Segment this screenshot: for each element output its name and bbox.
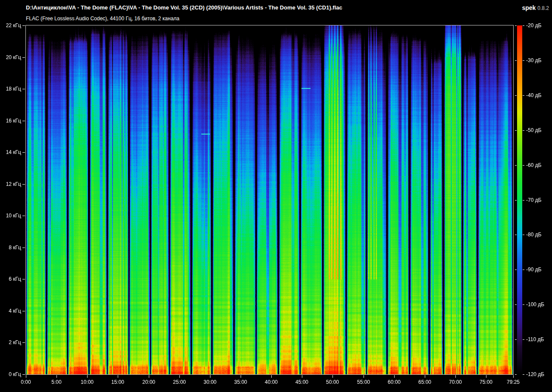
spectrogram-frame [25, 25, 514, 375]
spek-window: D:\Антициклон\VA - The Dome (FLAC)\VA - … [0, 0, 552, 392]
freq-tick-label: 16 кГц [0, 118, 21, 124]
freq-tick-label: 8 кГц [0, 245, 21, 251]
time-tick-label: 25:00 [173, 379, 186, 385]
freq-tick-label: 0 кГц [0, 371, 21, 377]
db-tick-label: -60 дБ [526, 162, 542, 168]
file-path-title: D:\Антициклон\VA - The Dome (FLAC)\VA - … [26, 4, 342, 11]
freq-tick-label: 10 кГц [0, 213, 21, 219]
db-tick [515, 95, 517, 96]
db-tick [515, 235, 517, 235]
time-tick-label: 10:00 [81, 379, 94, 385]
db-tick [523, 95, 524, 96]
freq-tick [22, 342, 25, 343]
time-tick [513, 375, 514, 378]
freq-tick [22, 216, 25, 216]
db-tick-label: -100 дБ [526, 301, 544, 307]
spectrogram-canvas [26, 25, 513, 374]
db-tick-label: -120 дБ [526, 371, 544, 377]
db-tick [515, 374, 517, 375]
time-tick [179, 375, 180, 378]
time-tick-label: 55:00 [357, 379, 370, 385]
db-tick-label: -40 дБ [526, 92, 542, 98]
db-tick-label: -110 дБ [526, 336, 544, 342]
db-tick [515, 339, 517, 340]
db-tick-label: -30 дБ [526, 57, 542, 63]
db-tick-label: -20 дБ [526, 22, 542, 28]
time-tick [394, 375, 395, 378]
app-name: spek [522, 4, 536, 11]
freq-tick [22, 152, 25, 153]
time-tick [149, 375, 149, 378]
db-tick [515, 304, 517, 305]
time-tick-label: 20:00 [142, 379, 155, 385]
app-version: 0.8.2 [537, 5, 549, 11]
freq-tick-label: 2 кГц [0, 339, 21, 345]
time-tick [87, 375, 88, 378]
time-tick-label: 5:00 [51, 379, 61, 385]
db-tick [523, 235, 524, 235]
db-tick [523, 200, 524, 201]
time-tick [118, 375, 118, 378]
time-tick [302, 375, 302, 378]
time-tick-label: 65:00 [418, 379, 431, 385]
freq-tick-label: 20 кГц [0, 54, 21, 60]
time-tick [210, 375, 210, 378]
time-tick [271, 375, 272, 378]
time-tick [26, 375, 26, 378]
time-tick-label: 60:00 [388, 379, 401, 385]
time-tick-label: 35:00 [234, 379, 247, 385]
app-logo: spek0.8.2 [522, 4, 549, 12]
db-tick-label: -90 дБ [526, 267, 542, 273]
freq-tick [22, 248, 25, 248]
db-colorbar [517, 25, 522, 374]
time-tick-label: 15:00 [111, 379, 124, 385]
time-tick [425, 375, 425, 378]
freq-tick [22, 57, 25, 58]
freq-tick-label: 12 кГц [0, 181, 21, 187]
time-tick [332, 375, 333, 378]
time-tick [56, 375, 57, 378]
db-tick [515, 25, 517, 26]
freq-tick-label: 4 кГц [0, 308, 21, 314]
time-tick [455, 375, 456, 378]
db-tick [523, 60, 524, 61]
db-tick [523, 304, 524, 305]
time-tick [241, 375, 241, 378]
time-tick-label: 0:00 [21, 379, 31, 385]
time-tick-label: 79:25 [507, 379, 520, 385]
db-tick [515, 270, 517, 270]
time-tick-label: 50:00 [326, 379, 339, 385]
freq-tick [22, 374, 25, 375]
time-tick-label: 40:00 [265, 379, 278, 385]
db-tick [523, 374, 524, 375]
db-tick [523, 339, 524, 340]
freq-tick-label: 22 кГц [0, 22, 21, 28]
freq-tick [22, 89, 25, 89]
db-tick [515, 130, 517, 131]
freq-tick [22, 25, 25, 26]
time-tick-label: 30:00 [204, 379, 216, 385]
db-tick [515, 60, 517, 61]
db-tick [515, 200, 517, 201]
db-tick-label: -70 дБ [526, 197, 542, 203]
freq-tick [22, 279, 25, 279]
db-tick [523, 270, 524, 270]
freq-tick [22, 184, 25, 185]
time-tick-label: 75:00 [480, 379, 492, 385]
db-tick [523, 130, 524, 131]
db-tick [523, 25, 524, 26]
format-info: FLAC (Free Lossless Audio Codec), 44100 … [26, 16, 179, 22]
time-tick [364, 375, 364, 378]
freq-tick-label: 18 кГц [0, 86, 21, 92]
time-tick-label: 45:00 [295, 379, 308, 385]
db-tick-label: -50 дБ [526, 127, 542, 133]
db-tick-label: -80 дБ [526, 232, 542, 238]
freq-tick-label: 6 кГц [0, 276, 21, 282]
time-tick-label: 70:00 [449, 379, 462, 385]
freq-tick [22, 311, 25, 311]
freq-tick-label: 14 кГц [0, 149, 21, 155]
db-tick [523, 165, 524, 166]
time-tick [486, 375, 486, 378]
db-tick [515, 165, 517, 166]
freq-tick [22, 121, 25, 121]
